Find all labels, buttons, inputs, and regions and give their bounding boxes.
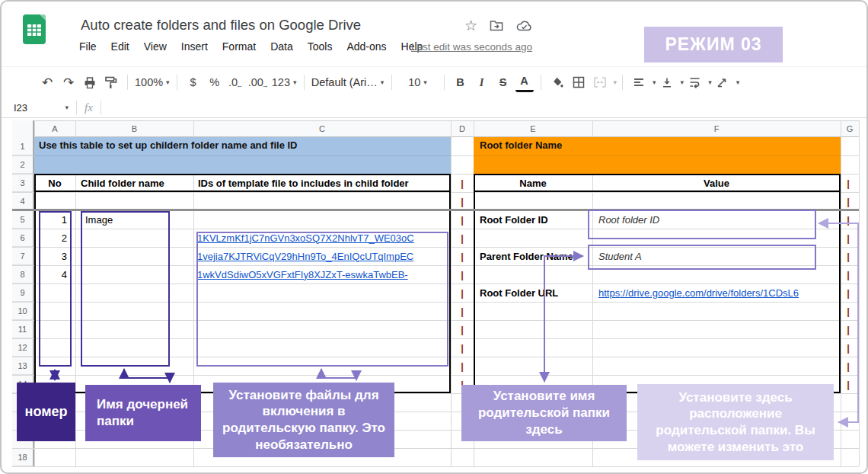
row-header-6[interactable]: 6: [12, 229, 33, 247]
divider-mark-D4: |: [451, 192, 474, 210]
row-header-8[interactable]: 8: [12, 265, 33, 283]
cell-E7[interactable]: Parent Folder Name: [480, 247, 591, 265]
callout-parent-folder-name: Установите имя родительской папки здесь: [461, 385, 627, 441]
divider-mark-D13: |: [451, 357, 474, 375]
highlight-cell-f5: [588, 210, 816, 239]
callout-number: номер: [17, 383, 75, 441]
highlight-column-a: [39, 211, 72, 367]
divider-mark-G12: |: [837, 338, 860, 357]
cell-A3[interactable]: No: [34, 174, 75, 192]
cell-E1[interactable]: Root folder Name: [480, 139, 562, 151]
divider-mark-D7: |: [451, 247, 474, 265]
column-header-G[interactable]: G: [841, 120, 859, 137]
callout-template-files: Установите файлы для включения в родител…: [213, 383, 394, 457]
divider-mark-G13: |: [837, 357, 860, 375]
cell-A1[interactable]: Use this table to set up childern folder…: [39, 139, 298, 151]
column-header-B[interactable]: B: [75, 120, 193, 137]
cell-E5[interactable]: Root Folder ID: [480, 210, 591, 229]
divider-mark-D11: |: [451, 320, 474, 338]
row-header-10[interactable]: 10: [12, 302, 33, 320]
divider-mark-D5: |: [451, 210, 474, 229]
cell-E9[interactable]: Root Folder URL: [480, 283, 591, 302]
row-header-12[interactable]: 12: [12, 338, 33, 357]
row-header-7[interactable]: 7: [12, 247, 33, 265]
cell-F9-link[interactable]: https://drive.google.com/drive/folders/1…: [598, 283, 839, 302]
cell-F3[interactable]: Value: [592, 174, 841, 192]
row-header-1[interactable]: 1: [12, 137, 33, 155]
divider-mark-D3: |: [451, 174, 474, 192]
divider-mark-G6: |: [837, 229, 860, 247]
column-header-C[interactable]: C: [193, 120, 451, 137]
row-header-13[interactable]: 13: [12, 357, 33, 375]
highlight-column-b: [81, 211, 170, 367]
callout-child-folder-name: Имя дочерней папки: [85, 385, 201, 441]
divider-mark-D9: |: [451, 283, 474, 302]
column-header-F[interactable]: F: [592, 120, 841, 137]
cell-B3[interactable]: Child folder name: [81, 174, 193, 192]
divider-mark-G9: |: [837, 283, 860, 302]
highlight-column-c: [196, 232, 448, 367]
callout-parent-folder-location: Установите здесь расположение родительск…: [637, 384, 834, 460]
spreadsheet-grid: ABCDEFG123456789101112131418||||||||||||…: [2, 2, 866, 472]
row-header-3[interactable]: 3: [12, 174, 33, 192]
row-header-2[interactable]: 2: [12, 155, 33, 174]
divider-mark-G11: |: [837, 320, 860, 338]
column-header-A[interactable]: A: [34, 120, 75, 137]
divider-mark-G10: |: [837, 302, 860, 320]
row-header-5[interactable]: 5: [12, 210, 33, 229]
divider-mark-D10: |: [451, 302, 474, 320]
divider-mark-D12: |: [451, 338, 474, 357]
row-header-4[interactable]: 4: [12, 192, 33, 210]
divider-mark-G4: |: [837, 192, 860, 210]
column-header-D[interactable]: D: [451, 120, 474, 137]
divider-mark-D8: |: [451, 265, 474, 283]
divider-mark-G14: |: [837, 375, 860, 393]
divider-mark-D6: |: [451, 229, 474, 247]
cell-C3[interactable]: IDs of template file to includes in chil…: [198, 174, 449, 192]
highlight-cell-f7: [588, 245, 816, 270]
divider-mark-G7: |: [837, 247, 860, 265]
row-header-9[interactable]: 9: [12, 283, 33, 302]
row-header-18[interactable]: 18: [12, 448, 33, 466]
google-sheets-window: Auto create folders and files on Google …: [0, 0, 868, 474]
row-header-11[interactable]: 11: [12, 320, 33, 338]
cell-E3[interactable]: Name: [474, 174, 592, 192]
divider-mark-G8: |: [837, 265, 860, 283]
column-header-E[interactable]: E: [474, 120, 592, 137]
divider-mark-G5: |: [837, 210, 860, 229]
